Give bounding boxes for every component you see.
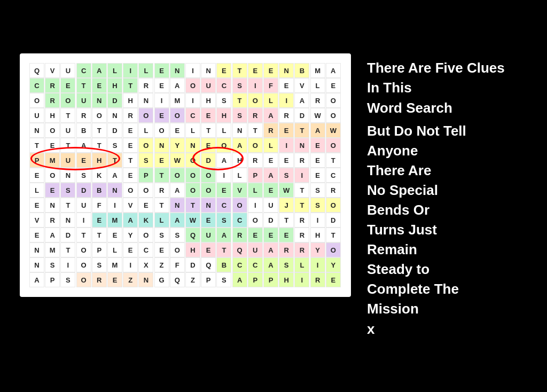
cell-14-7: N — [138, 272, 153, 287]
cell-4-11: T — [201, 123, 216, 138]
cell-6-19: T — [326, 153, 341, 168]
cell-4-4: T — [92, 123, 107, 138]
cell-8-3: D — [76, 183, 91, 198]
cell-14-0: A — [29, 272, 44, 287]
cell-12-3: O — [76, 242, 91, 257]
cell-2-1: R — [45, 93, 60, 108]
cell-2-12: S — [216, 93, 231, 108]
cell-0-5: L — [107, 63, 122, 78]
cell-9-13: O — [232, 198, 247, 213]
cell-2-9: M — [170, 93, 185, 108]
cell-8-0: L — [29, 183, 44, 198]
text-line-9: Turns Just — [367, 221, 527, 239]
cell-11-16: E — [279, 228, 294, 242]
cell-5-15: L — [263, 138, 278, 153]
cell-2-14: O — [248, 93, 263, 108]
cell-8-15: E — [263, 183, 278, 198]
cell-9-15: U — [263, 198, 278, 213]
cell-3-0: U — [29, 108, 44, 123]
cell-13-15: A — [263, 257, 278, 272]
cell-13-7: X — [138, 257, 153, 272]
cell-9-9: N — [170, 198, 185, 213]
cell-3-2: T — [60, 108, 75, 123]
cell-1-3: T — [76, 78, 91, 93]
cell-2-16: I — [279, 93, 294, 108]
cell-0-19: A — [326, 63, 341, 78]
cell-13-0: N — [29, 257, 44, 272]
text-line-12: Complete The — [367, 280, 527, 299]
cell-0-4: A — [92, 63, 107, 78]
cell-8-8: R — [154, 183, 169, 198]
cell-11-17: R — [294, 228, 309, 242]
cell-3-7: O — [138, 108, 153, 123]
cell-3-1: H — [45, 108, 60, 123]
cell-10-14: O — [248, 213, 263, 228]
cell-8-14: L — [248, 183, 263, 198]
cell-12-10: H — [185, 242, 200, 257]
text-line-3: Word Search — [367, 99, 527, 117]
cell-2-4: N — [92, 93, 107, 108]
cell-11-1: A — [45, 228, 60, 242]
cell-6-14: R — [248, 153, 263, 168]
cell-8-19: R — [326, 183, 341, 198]
cell-10-0: V — [29, 213, 44, 228]
cell-0-18: M — [310, 63, 325, 78]
cell-7-14: P — [248, 168, 263, 183]
cell-10-5: M — [107, 213, 122, 228]
cell-12-5: L — [107, 242, 122, 257]
cell-11-5: E — [107, 228, 122, 242]
cell-9-5: I — [107, 198, 122, 213]
cell-5-3: A — [76, 138, 91, 153]
cell-10-3: I — [76, 213, 91, 228]
cell-11-18: H — [310, 228, 325, 242]
cell-14-19: E — [326, 272, 341, 287]
cell-11-10: Q — [185, 228, 200, 242]
cell-1-18: L — [310, 78, 325, 93]
cell-7-17: I — [294, 168, 309, 183]
cell-11-2: D — [60, 228, 75, 242]
cell-3-8: E — [154, 108, 169, 123]
cell-13-4: S — [92, 257, 107, 272]
cell-9-8: T — [154, 198, 169, 213]
cell-6-0: P — [29, 153, 44, 168]
cell-10-18: I — [310, 213, 325, 228]
cell-12-8: E — [154, 242, 169, 257]
cell-11-12: A — [216, 228, 231, 242]
cell-9-16: J — [279, 198, 294, 213]
text-line-11: Steady to — [367, 260, 527, 279]
cell-4-8: O — [154, 123, 169, 138]
cell-2-3: U — [76, 93, 91, 108]
cell-14-12: S — [216, 272, 231, 287]
cell-1-0: C — [29, 78, 44, 93]
cell-13-16: S — [279, 257, 294, 272]
cell-7-19: C — [326, 168, 341, 183]
cell-1-4: E — [92, 78, 107, 93]
cell-6-12: A — [216, 153, 231, 168]
cell-7-8: T — [154, 168, 169, 183]
cell-11-9: S — [170, 228, 185, 242]
cell-12-6: E — [123, 242, 138, 257]
cell-10-8: L — [154, 213, 169, 228]
cell-13-18: I — [310, 257, 325, 272]
cell-2-8: I — [154, 93, 169, 108]
cell-0-16: N — [279, 63, 294, 78]
cell-8-9: A — [170, 183, 185, 198]
cell-10-13: C — [232, 213, 247, 228]
cell-8-7: O — [138, 183, 153, 198]
cell-14-13: A — [232, 272, 247, 287]
cell-13-10: D — [185, 257, 200, 272]
cell-11-19: T — [326, 228, 341, 242]
cell-1-12: C — [216, 78, 231, 93]
cell-7-3: S — [76, 168, 91, 183]
puzzle-wrapper: QVUCALILENINETEENBMACRETEHTREAOUCSIFEVLE… — [20, 53, 351, 297]
cell-8-16: W — [279, 183, 294, 198]
cell-10-1: R — [45, 213, 60, 228]
cell-3-4: O — [92, 108, 107, 123]
cell-2-17: A — [294, 93, 309, 108]
text-line-2: In This — [367, 79, 527, 97]
cell-13-3: O — [76, 257, 91, 272]
cell-4-16: E — [279, 123, 294, 138]
cell-10-10: W — [185, 213, 200, 228]
cell-0-15: E — [263, 63, 278, 78]
cell-4-10: L — [185, 123, 200, 138]
